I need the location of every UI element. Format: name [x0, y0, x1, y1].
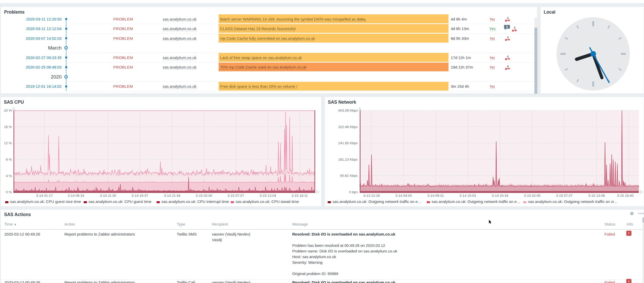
svg-text:4: 4 [507, 55, 509, 58]
svg-text:5: 5 [514, 26, 516, 30]
svg-text:4: 4 [507, 65, 509, 68]
svg-text:4: 4 [507, 36, 509, 39]
svg-text:4: 4 [507, 16, 509, 20]
svg-text:1: 1 [506, 25, 508, 28]
